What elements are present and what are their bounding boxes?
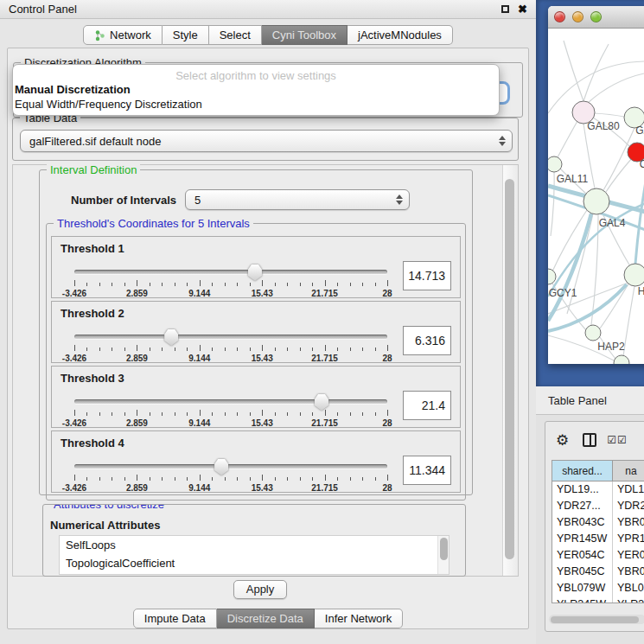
close-traffic-light-icon[interactable] xyxy=(554,11,565,22)
threshold-value[interactable]: 11.344 xyxy=(403,456,451,485)
network-node-HAP2[interactable] xyxy=(585,325,601,341)
cell-shared-name[interactable]: YER054C xyxy=(552,547,613,564)
slider-thumb[interactable] xyxy=(164,329,178,346)
network-node-bottom-clipped[interactable] xyxy=(614,355,629,364)
tick-mark xyxy=(375,412,376,416)
tick-mark xyxy=(375,348,376,351)
zoom-traffic-light-icon[interactable] xyxy=(590,11,602,22)
table-row[interactable]: YBL079WYBL0 xyxy=(552,580,644,596)
table-row[interactable]: YDR27...YDR2 xyxy=(552,498,644,514)
tick-mark xyxy=(275,283,276,286)
tick-mark xyxy=(237,412,238,416)
tab-select[interactable]: Select xyxy=(209,25,262,45)
tick-mark xyxy=(74,345,75,351)
slider-track[interactable] xyxy=(74,464,387,469)
threshold-slider[interactable]: -3.4262.8599.14415.4321.71528 xyxy=(74,329,387,362)
tick-mark xyxy=(362,477,363,481)
table-row[interactable]: YBR045CYBR0 xyxy=(552,564,644,580)
cell-name[interactable]: YER0 xyxy=(613,547,644,564)
cell-name[interactable]: YLR3 xyxy=(613,596,644,603)
cell-shared-name[interactable]: YPR145W xyxy=(552,531,613,547)
network-edge xyxy=(551,172,554,236)
minimize-traffic-light-icon[interactable] xyxy=(572,11,583,22)
table-horizontal-scrollbar[interactable] xyxy=(549,615,644,624)
threshold-slider[interactable]: -3.4262.8599.14415.4321.71528 xyxy=(74,394,387,427)
cell-name[interactable]: YBR0 xyxy=(613,564,644,580)
network-node-GAL4[interactable] xyxy=(583,188,609,214)
table-row[interactable]: YLR345WYLR3 xyxy=(552,596,644,603)
network-graph[interactable]: GAL80GACGAL11GAL4GCY1HHAP2 xyxy=(548,29,644,364)
cell-name[interactable]: YBR0 xyxy=(613,514,644,531)
tab-impute-data[interactable]: Impute Data xyxy=(133,609,217,628)
tick-label: 21.715 xyxy=(311,289,338,298)
network-window-titlebar[interactable] xyxy=(548,6,644,29)
tab-style[interactable]: Style xyxy=(163,25,209,45)
slider-thumb[interactable] xyxy=(214,459,228,475)
slider-thumb[interactable] xyxy=(315,394,328,411)
tick-label: 21.715 xyxy=(311,483,338,493)
network-node-GAL11[interactable] xyxy=(548,156,562,172)
tick-mark xyxy=(375,477,376,481)
gear-icon[interactable]: ⚙ xyxy=(556,433,569,448)
network-canvas[interactable]: GAL80GACGAL11GAL4GCY1HHAP2 xyxy=(548,29,644,364)
columns-icon[interactable] xyxy=(583,433,596,447)
tick-label: -3.426 xyxy=(62,483,86,493)
tab-cyni-toolbox[interactable]: Cyni Toolbox xyxy=(262,25,348,45)
threshold-slider[interactable]: -3.4262.8599.14415.4321.71528 xyxy=(74,459,387,492)
thresholds-group: Threshold's Coordinates for 5 Intervals … xyxy=(46,223,466,501)
threshold-value[interactable]: 21.4 xyxy=(403,391,451,420)
table-row[interactable]: YBR043CYBR0 xyxy=(552,514,644,531)
threshold-slider[interactable]: -3.4262.8599.14415.4321.71528 xyxy=(74,265,387,297)
popup-option-manual-discretization[interactable]: Manual Discretization xyxy=(13,82,499,97)
cell-shared-name[interactable]: YDR27... xyxy=(552,498,613,514)
table-data-select[interactable]: galFiltered.sif default node xyxy=(20,130,513,152)
scrollbar-thumb[interactable] xyxy=(505,179,514,559)
attribute-list-item[interactable]: SelfLoops xyxy=(60,536,449,554)
tab-network[interactable]: Network xyxy=(83,25,163,45)
cell-shared-name[interactable]: YBR043C xyxy=(552,514,613,531)
column-header-shared-name[interactable]: shared... xyxy=(552,461,613,481)
tab-infer-network[interactable]: Infer Network xyxy=(315,609,403,628)
network-node-GCY1[interactable] xyxy=(548,269,556,284)
attribute-list-item[interactable]: TopologicalCoefficient xyxy=(60,554,449,572)
number-of-intervals-select[interactable]: 5 xyxy=(185,189,410,210)
popup-option-equal-width-frequency[interactable]: Equal Width/Frequency Discretization xyxy=(13,97,499,112)
cell-name[interactable]: YPR1 xyxy=(613,531,644,547)
cell-shared-name[interactable]: YDL19... xyxy=(552,481,613,498)
cell-name[interactable]: YDR2 xyxy=(613,498,644,514)
table-row[interactable]: YDL19...YDL1 xyxy=(552,481,644,498)
scrollbar-thumb[interactable] xyxy=(440,538,448,560)
column-header-name[interactable]: na xyxy=(613,461,644,481)
slider-ticks xyxy=(74,280,387,288)
cell-shared-name[interactable]: YBR045C xyxy=(552,564,613,580)
table-row[interactable]: YPR145WYPR1 xyxy=(552,531,644,547)
threshold-value[interactable]: 14.713 xyxy=(403,261,451,290)
attribute-list-item[interactable]: BetweennessCentrality xyxy=(60,572,449,575)
list-scrollbar[interactable] xyxy=(437,536,449,574)
threshold-value[interactable]: 6.316 xyxy=(403,326,451,355)
app-root: Control Panel ✖ NetworkStyleSelectCyni T… xyxy=(0,0,644,644)
float-window-icon[interactable] xyxy=(501,5,509,13)
number-of-intervals-label: Number of Intervals xyxy=(71,194,176,207)
network-node-H-clipped[interactable] xyxy=(624,264,644,286)
table-row[interactable]: YER054CYER0 xyxy=(552,547,644,564)
slider-track[interactable] xyxy=(74,399,387,404)
tick-mark xyxy=(112,348,112,351)
slider-thumb[interactable] xyxy=(248,265,262,281)
close-icon[interactable]: ✖ xyxy=(518,5,527,13)
tab-jactivemnodules[interactable]: jActiveMNodules xyxy=(348,25,453,45)
settings-scrollbar[interactable] xyxy=(502,165,516,576)
tick-mark xyxy=(99,477,100,481)
tab-discretize-data[interactable]: Discretize Data xyxy=(217,609,315,628)
apply-button[interactable]: Apply xyxy=(233,580,287,599)
checkboxes-icon[interactable]: ☑☑ xyxy=(607,434,628,446)
slider-track[interactable] xyxy=(74,270,387,274)
cell-name[interactable]: YBL0 xyxy=(613,580,644,596)
top-tab-bar: NetworkStyleSelectCyni ToolboxjActiveMNo… xyxy=(0,25,536,45)
cell-shared-name[interactable]: YLR345W xyxy=(552,596,613,603)
cell-shared-name[interactable]: YBL079W xyxy=(552,580,613,596)
tick-mark xyxy=(74,475,75,481)
slider-track[interactable] xyxy=(74,335,387,339)
cell-name[interactable]: YDL1 xyxy=(613,481,644,498)
scrollbar-thumb[interactable] xyxy=(551,616,639,623)
